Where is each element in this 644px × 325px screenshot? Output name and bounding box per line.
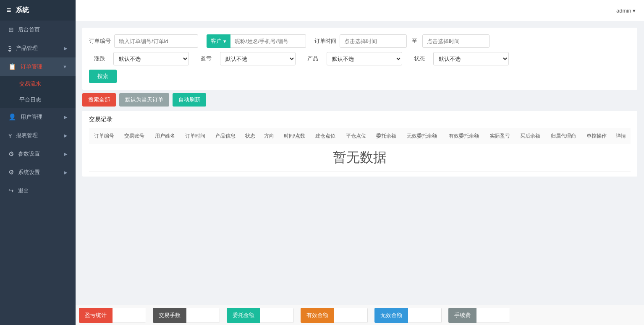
sidebar-item-label: 系统设置 [18, 169, 64, 176]
th-entrust-balance: 委托余额 [371, 128, 401, 144]
sidebar-item-system[interactable]: ⚙ 系统设置 ▶ [0, 163, 76, 182]
auto-refresh-button[interactable]: 自动刷新 [173, 93, 206, 107]
search-btn-row: 搜索 [89, 70, 631, 83]
system-icon: ⚙ [8, 169, 14, 176]
filter-row-1: 订单编号 客户 ▾ 订单时间 至 [89, 34, 631, 48]
sidebar-item-label: 订单管理 [21, 63, 63, 70]
th-invalid-entrust: 无效委托余额 [401, 128, 443, 144]
th-single-control: 单控操作 [581, 128, 612, 144]
sidebar-item-label: 报表管理 [16, 132, 64, 139]
sidebar-item-order[interactable]: 📋 订单管理 ▼ [0, 57, 76, 76]
sidebar-item-product[interactable]: ₿ 产品管理 ▶ [0, 39, 76, 57]
main-content: 订单编号 客户 ▾ 订单时间 至 涨 [76, 21, 644, 325]
th-account: 交易账号 [119, 128, 149, 144]
order-no-input[interactable] [114, 34, 198, 48]
stat-entrust-value [260, 308, 294, 323]
sidebar-item-logout[interactable]: ↪ 退出 [0, 182, 76, 200]
dashboard-icon: ⊞ [8, 26, 14, 34]
admin-label: admin [616, 8, 631, 14]
stat-service-fee-value [476, 308, 510, 323]
stat-service-fee: 手续费 [448, 308, 510, 323]
stat-trade-fee-value [186, 308, 220, 323]
platform-log-label: 平台日志 [19, 96, 41, 103]
profit-select[interactable]: 默认不选 [220, 52, 296, 65]
stat-valid-value [334, 308, 368, 323]
table-header-row: 订单编号 交易账号 用户姓名 订单时间 产品信息 状态 方向 时间/点数 建仓点… [89, 128, 631, 144]
sidebar-item-label: 参数设置 [18, 150, 64, 158]
time-end-input[interactable] [422, 34, 490, 48]
sidebar-item-label: 后台首页 [18, 26, 67, 34]
zhang-label: 涨跌 [89, 55, 110, 62]
customer-select-button[interactable]: 客户 ▾ [207, 34, 230, 48]
sidebar-sub-transaction[interactable]: 交易流水 [0, 76, 76, 92]
stat-entrust-label: 委托金额 [227, 308, 260, 323]
stat-entrust: 委托金额 [227, 308, 294, 323]
status-select[interactable]: 默认不选 [433, 52, 509, 65]
chevron-right-icon: ▶ [64, 114, 67, 120]
hamburger-icon[interactable]: ≡ [7, 6, 11, 15]
table-title: 交易记录 [89, 116, 631, 123]
customer-btn-label: 客户 [211, 37, 222, 45]
sidebar-sub-platform-log[interactable]: 平台日志 [0, 92, 76, 108]
th-detail: 详情 [612, 128, 631, 144]
chevron-right-icon: ▶ [64, 133, 67, 138]
chevron-right-icon: ▶ [64, 46, 67, 51]
th-time-points: 时间/点数 [278, 128, 310, 144]
th-close-pos: 平仓点位 [340, 128, 371, 144]
th-agent: 归属代理商 [545, 128, 581, 144]
main-wrapper: admin ▾ 订单编号 客户 ▾ 订单 [76, 0, 644, 325]
sidebar-item-report[interactable]: ¥ 报表管理 ▶ [0, 126, 76, 145]
param-icon: ⚙ [8, 150, 14, 158]
main-topbar: admin ▾ [76, 0, 644, 21]
th-after-balance: 买后余额 [515, 128, 545, 144]
th-order-time: 订单时间 [180, 128, 210, 144]
stat-profit-label: 盈亏统计 [79, 308, 113, 323]
sidebar-item-param[interactable]: ⚙ 参数设置 ▶ [0, 145, 76, 163]
stat-valid: 有效金额 [301, 308, 368, 323]
th-username: 用户姓名 [149, 128, 180, 144]
stat-invalid-label: 无效金额 [374, 308, 408, 323]
stat-trade-fee: 交易手数 [153, 308, 220, 323]
table-section: 交易记录 订单编号 交易账号 用户姓名 订单时间 产品信息 状态 方向 时间/点… [82, 111, 637, 177]
customer-input[interactable] [230, 34, 306, 48]
sidebar: ≡ 系统 ⊞ 后台首页 ₿ 产品管理 ▶ 📋 订单管理 ▼ 交易流水 平台日志 … [0, 0, 76, 325]
search-all-button[interactable]: 搜索全部 [82, 93, 116, 107]
order-icon: 📋 [8, 63, 16, 70]
product-label: 产品 [302, 55, 323, 62]
sidebar-header: ≡ 系统 [0, 0, 76, 21]
action-row: 搜索全部 默认为当天订单 自动刷新 [82, 93, 637, 107]
customer-dropdown-icon: ▾ [223, 38, 226, 44]
th-actual-profit: 实际盈亏 [484, 128, 515, 144]
stat-service-fee-label: 手续费 [448, 308, 476, 323]
filter-section: 订单编号 客户 ▾ 订单时间 至 涨 [82, 28, 637, 90]
th-order-no: 订单编号 [89, 128, 119, 144]
product-icon: ₿ [8, 45, 12, 52]
default-today-button[interactable]: 默认为当天订单 [119, 93, 169, 107]
order-no-label: 订单编号 [89, 37, 111, 45]
admin-user-menu[interactable]: admin ▾ [616, 8, 636, 14]
profit-label: 盈亏 [196, 55, 217, 62]
report-icon: ¥ [8, 132, 12, 139]
th-status: 状态 [241, 128, 259, 144]
empty-row: 暂无数据 [89, 144, 631, 172]
filter-row-2: 涨跌 默认不选 盈亏 默认不选 产品 默认不选 状态 默认不选 [89, 52, 631, 65]
stat-invalid: 无效金额 [374, 308, 442, 323]
customer-combo-wrapper: 客户 ▾ [207, 34, 306, 48]
stat-profit-value [113, 308, 146, 323]
time-start-input[interactable] [340, 34, 407, 48]
status-label: 状态 [409, 55, 430, 62]
sidebar-item-user[interactable]: 👤 用户管理 ▶ [0, 108, 76, 126]
transaction-label: 交易流水 [19, 81, 41, 87]
product-select[interactable]: 默认不选 [327, 52, 402, 65]
search-button[interactable]: 搜索 [89, 70, 117, 83]
chevron-right-icon: ▶ [64, 151, 67, 157]
footer-stats: 盈亏统计 交易手数 委托金额 有效金额 无效金额 [76, 305, 644, 325]
admin-arrow-icon: ▾ [633, 8, 636, 14]
zhang-select[interactable]: 默认不选 [113, 52, 189, 65]
logout-icon: ↪ [8, 187, 14, 195]
th-open-pos: 建仓点位 [310, 128, 340, 144]
sidebar-item-dashboard[interactable]: ⊞ 后台首页 [0, 21, 76, 39]
stat-profit: 盈亏统计 [79, 308, 146, 323]
stat-valid-label: 有效金额 [301, 308, 334, 323]
chevron-down-icon: ▼ [63, 64, 67, 69]
